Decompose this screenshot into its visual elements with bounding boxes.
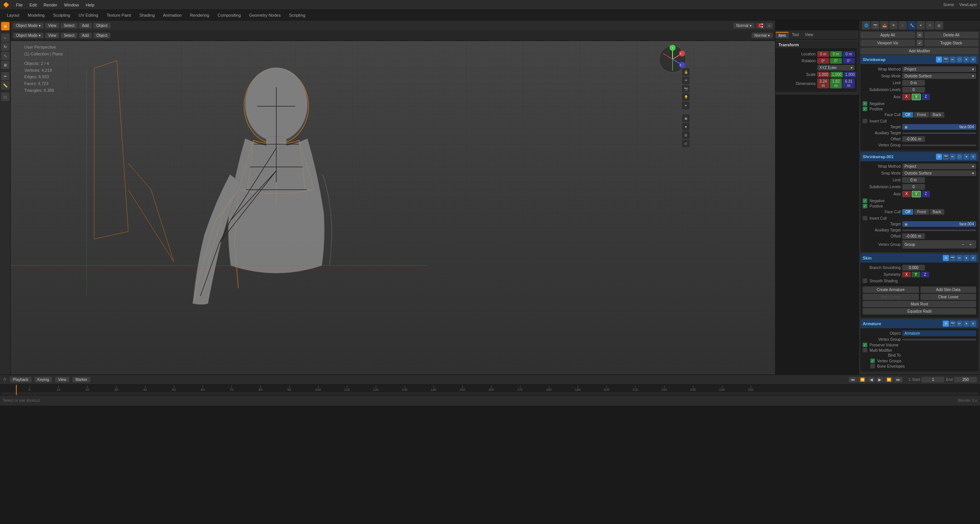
sw1-negative-cb[interactable]: ✓ [863, 101, 867, 106]
scale-z[interactable]: 1.000 [844, 72, 856, 78]
tab-scripting[interactable]: Scripting [285, 12, 309, 19]
add-menu-2[interactable]: Add [79, 33, 92, 38]
sw2-cull-off[interactable]: Off [902, 209, 913, 215]
step-forward-btn[interactable]: ⏩ [885, 377, 894, 383]
step-back-btn[interactable]: ⏪ [858, 377, 867, 383]
dim-x[interactable]: 3.24 m [817, 79, 829, 88]
sw2-close-icon[interactable]: ✕ [970, 154, 976, 160]
prop-tab-render[interactable]: 📷 [871, 21, 880, 30]
vs-render[interactable]: ◎ [682, 140, 690, 147]
vs-wire[interactable]: ▣ [682, 114, 690, 122]
equalize-radii-btn[interactable]: Equalize Radii [863, 308, 976, 314]
rotation-x[interactable]: 0° [817, 58, 829, 64]
sw2-positive-cb[interactable]: ✓ [863, 204, 867, 208]
create-armature-btn[interactable]: Create Armature [863, 286, 919, 293]
location-x[interactable]: 0 m [817, 51, 829, 57]
sw2-offset-value[interactable]: -0.001 m [902, 233, 925, 239]
sw1-positive-cb[interactable]: ✓ [863, 106, 867, 111]
vs-light[interactable]: 💡 [682, 93, 690, 101]
arm-edit-icon[interactable]: ✏ [956, 321, 963, 327]
sw1-cage-icon[interactable]: ⬡ [956, 57, 963, 63]
proportional-btn[interactable]: ○ [766, 23, 773, 29]
sw1-axis-y[interactable]: Y [912, 94, 921, 100]
skin-edit-icon[interactable]: ✏ [956, 255, 963, 261]
n-tab-tool[interactable]: Tool [789, 32, 802, 38]
transform-header[interactable]: Transform [775, 41, 857, 49]
object-menu-2[interactable]: Object [93, 33, 110, 38]
menu-edit[interactable]: Edit [27, 2, 40, 8]
select-menu[interactable]: Select [61, 23, 78, 29]
tab-texture-paint[interactable]: Texture Paint [103, 12, 135, 19]
marker-menu[interactable]: Marker [73, 377, 90, 383]
tab-modeling[interactable]: Modeling [24, 12, 49, 19]
sw2-vg-value[interactable]: Group − + [902, 240, 976, 249]
sw2-subdiv-value[interactable]: 0 [902, 184, 925, 190]
arm-vertex-groups-cb[interactable]: ✓ [870, 359, 875, 363]
object-menu[interactable]: Object [93, 23, 110, 29]
tool-add-cube[interactable]: □ [1, 92, 10, 101]
tool-rotate[interactable]: ↻ [1, 43, 10, 51]
vs-solid[interactable]: ■ [682, 123, 690, 130]
prop-tab-output[interactable]: 📤 [880, 21, 889, 30]
rotation-z[interactable]: 0° [843, 58, 855, 64]
sw1-wrap-dropdown[interactable]: Project ▾ [902, 67, 976, 72]
n-tab-item[interactable]: Item [775, 32, 789, 38]
location-z[interactable]: 0 m [843, 51, 855, 57]
prop-tab-view[interactable]: 👁 [889, 21, 898, 30]
vs-camera[interactable]: 📷 [682, 85, 690, 92]
skin-close-icon[interactable]: ✕ [970, 255, 976, 261]
menu-file[interactable]: File [13, 2, 26, 8]
editor-mode-dropdown[interactable]: Object Mode ▾ [13, 23, 44, 29]
playback-menu[interactable]: Playback [10, 377, 32, 383]
skin-realtime-icon[interactable]: 👁 [943, 255, 949, 261]
tool-cursor[interactable]: ⊕ [1, 22, 10, 30]
sw1-subdiv-value[interactable]: 0 [902, 87, 925, 92]
end-frame-field[interactable]: 250 [954, 377, 977, 383]
tool-annotate[interactable]: ✏ [1, 72, 10, 81]
sw2-cage-icon[interactable]: ⬡ [956, 154, 963, 160]
menu-window[interactable]: Window [61, 2, 82, 8]
add-modifier-btn[interactable]: Add Modifier [861, 48, 978, 54]
close-modifier-btn[interactable]: ✕ [916, 32, 923, 38]
clear-loose-btn[interactable]: Clear Loose [920, 294, 977, 300]
prop-tab-physics[interactable]: ⚛ [926, 21, 934, 30]
apply-all-btn[interactable]: Apply All [861, 32, 915, 38]
add-skin-data-btn[interactable]: Add Skin Data [920, 286, 977, 293]
prop-tab-object[interactable]: ○ [898, 21, 907, 30]
sw1-cull-off[interactable]: Off [902, 112, 913, 118]
keyframe-track[interactable] [2, 392, 978, 395]
viewport-area[interactable]: Object Mode ▾ View Select Add Object Nor… [11, 21, 775, 375]
arm-multi-mod-cb[interactable] [863, 348, 867, 353]
rotation-mode-dropdown[interactable]: XYZ Euler ▾ [817, 65, 855, 71]
prop-tab-scene[interactable]: 🌐 [862, 21, 870, 30]
sw1-cull-front[interactable]: Front [914, 112, 929, 118]
rotation-y[interactable]: 0° [830, 58, 842, 64]
sw2-aux-target-value[interactable] [902, 230, 976, 231]
vs-view[interactable]: 👁 [682, 77, 690, 84]
toggle-stack-btn[interactable]: Toggle Stack [924, 40, 979, 46]
tool-transform[interactable]: ⊞ [1, 61, 10, 69]
sw2-render-icon[interactable]: 📷 [943, 154, 949, 160]
tool-scale[interactable]: ⤡ [1, 52, 10, 60]
timeline-view-menu[interactable]: View [55, 377, 70, 383]
location-y[interactable]: 0 m [830, 51, 842, 57]
sw1-invert-cull-cb[interactable] [863, 119, 867, 123]
tab-layout[interactable]: Layout [3, 12, 23, 19]
sw1-vg-value[interactable] [902, 144, 976, 146]
arm-vg-value[interactable] [902, 339, 976, 340]
play-reverse-btn[interactable]: ◀ [868, 377, 875, 383]
sw2-axis-z[interactable]: Z [921, 191, 930, 197]
viewport-vis-check[interactable]: ✓ [916, 40, 923, 46]
tool-measure[interactable]: 📏 [1, 81, 10, 89]
arm-object-value[interactable]: Armature [902, 330, 976, 336]
sw1-snap-dropdown[interactable]: Outside Surface ▾ [902, 73, 976, 79]
vs-material[interactable]: ◍ [682, 131, 690, 139]
snap-btn[interactable]: 🧲 [756, 23, 765, 29]
arm-expand-icon[interactable]: ▾ [963, 321, 969, 327]
sw1-offset-value[interactable]: -0.001 m [902, 136, 925, 142]
scale-x[interactable]: 1.000 [817, 72, 830, 78]
transform-orientation[interactable]: Normal ▾ [733, 23, 754, 29]
skin-sym-x[interactable]: X [902, 272, 911, 277]
timeline-content[interactable]: 0102030405060708090100110120130140150160… [0, 385, 980, 395]
sw2-expand-icon[interactable]: ▾ [963, 154, 969, 160]
